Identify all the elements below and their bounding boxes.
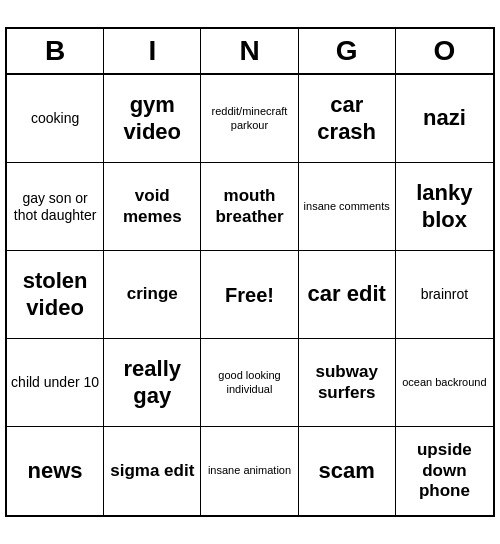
bingo-header: BINGO xyxy=(7,29,493,75)
cell-label: car crash xyxy=(303,92,391,145)
cell-label: cringe xyxy=(127,284,178,304)
bingo-cell[interactable]: reddit/minecraft parkour xyxy=(201,75,298,163)
bingo-cell[interactable]: good looking individual xyxy=(201,339,298,427)
cell-label: brainrot xyxy=(421,286,468,303)
cell-label: ocean backround xyxy=(402,376,486,389)
cell-label: really gay xyxy=(108,356,196,409)
bingo-cell[interactable]: nazi xyxy=(396,75,493,163)
cell-label: gay son or thot daughter xyxy=(11,190,99,224)
bingo-cell[interactable]: upside down phone xyxy=(396,427,493,515)
cell-label: void memes xyxy=(108,186,196,227)
cell-label: news xyxy=(28,458,83,484)
bingo-cell[interactable]: ocean backround xyxy=(396,339,493,427)
bingo-cell[interactable]: insane animation xyxy=(201,427,298,515)
bingo-cell[interactable]: child under 10 xyxy=(7,339,104,427)
bingo-grid: cookinggym videoreddit/minecraft parkour… xyxy=(7,75,493,515)
bingo-cell[interactable]: cooking xyxy=(7,75,104,163)
cell-label: car edit xyxy=(308,281,386,307)
bingo-cell[interactable]: Free! xyxy=(201,251,298,339)
cell-label: sigma edit xyxy=(110,461,194,481)
bingo-card: BINGO cookinggym videoreddit/minecraft p… xyxy=(5,27,495,517)
header-letter: O xyxy=(396,29,493,73)
cell-label: stolen video xyxy=(11,268,99,321)
cell-label: child under 10 xyxy=(11,374,99,391)
cell-label: upside down phone xyxy=(400,440,489,501)
bingo-cell[interactable]: mouth breather xyxy=(201,163,298,251)
bingo-cell[interactable]: stolen video xyxy=(7,251,104,339)
bingo-cell[interactable]: car edit xyxy=(299,251,396,339)
header-letter: G xyxy=(299,29,396,73)
bingo-cell[interactable]: really gay xyxy=(104,339,201,427)
cell-label: gym video xyxy=(108,92,196,145)
header-letter: I xyxy=(104,29,201,73)
cell-label: scam xyxy=(319,458,375,484)
bingo-cell[interactable]: brainrot xyxy=(396,251,493,339)
bingo-cell[interactable]: lanky blox xyxy=(396,163,493,251)
cell-label: subway surfers xyxy=(303,362,391,403)
bingo-cell[interactable]: sigma edit xyxy=(104,427,201,515)
bingo-cell[interactable]: insane comments xyxy=(299,163,396,251)
bingo-cell[interactable]: subway surfers xyxy=(299,339,396,427)
cell-label: good looking individual xyxy=(205,369,293,395)
bingo-cell[interactable]: gym video xyxy=(104,75,201,163)
cell-label: insane animation xyxy=(208,464,291,477)
cell-label: insane comments xyxy=(304,200,390,213)
cell-label: lanky blox xyxy=(400,180,489,233)
header-letter: B xyxy=(7,29,104,73)
cell-label: Free! xyxy=(225,283,274,307)
bingo-cell[interactable]: scam xyxy=(299,427,396,515)
cell-label: nazi xyxy=(423,105,466,131)
cell-label: reddit/minecraft parkour xyxy=(205,105,293,131)
cell-label: mouth breather xyxy=(205,186,293,227)
cell-label: cooking xyxy=(31,110,79,127)
bingo-cell[interactable]: cringe xyxy=(104,251,201,339)
bingo-cell[interactable]: gay son or thot daughter xyxy=(7,163,104,251)
bingo-cell[interactable]: news xyxy=(7,427,104,515)
bingo-cell[interactable]: car crash xyxy=(299,75,396,163)
bingo-cell[interactable]: void memes xyxy=(104,163,201,251)
header-letter: N xyxy=(201,29,298,73)
